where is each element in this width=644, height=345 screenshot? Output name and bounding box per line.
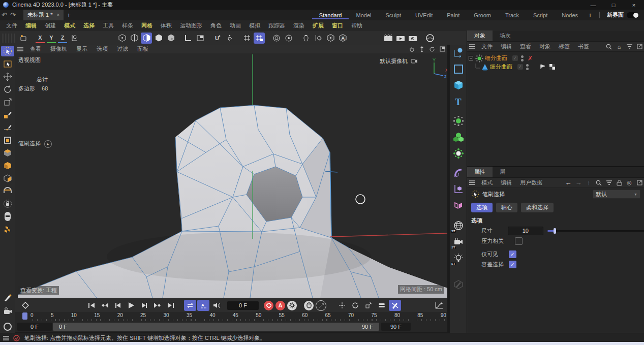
object-enable-toggle[interactable]: ∕ <box>517 64 523 70</box>
tab-layers[interactable]: 层 <box>493 167 512 177</box>
am-back-icon[interactable]: ← <box>564 179 572 187</box>
cube-polygons-icon[interactable] <box>1 173 14 184</box>
minimize-button[interactable]: — <box>583 0 603 10</box>
weld-mask-icon[interactable] <box>1 211 14 222</box>
brush-select-tool-icon[interactable] <box>1 46 14 56</box>
am-target-icon[interactable]: ◎ <box>625 179 633 187</box>
cube-edges-icon[interactable] <box>1 161 14 171</box>
menu-window[interactable]: 窗口 <box>328 22 347 29</box>
field-generator-icon[interactable] <box>451 146 466 161</box>
menu-edit[interactable]: 编辑 <box>21 22 41 29</box>
key-selection-icon[interactable] <box>304 301 314 310</box>
text-primitive-icon[interactable]: T <box>451 95 466 109</box>
axis-gizmo[interactable]: Y z X <box>427 57 447 81</box>
menu-create[interactable]: 创建 <box>41 22 60 29</box>
axis-z-lock-button[interactable]: Z <box>58 33 67 43</box>
subdivision-surface-icon[interactable] <box>451 114 466 128</box>
om-home-icon[interactable]: ⌂ <box>615 43 623 51</box>
next-key-icon[interactable] <box>151 300 164 311</box>
cube-points-icon[interactable] <box>1 148 14 159</box>
menu-extensions[interactable]: 扩展 <box>309 22 328 29</box>
document-tab[interactable]: 未标题 1 * × <box>23 10 64 20</box>
preset-dropdown[interactable]: 默认 ▼ <box>593 190 640 199</box>
object-enable-toggle[interactable]: ∕ <box>512 55 518 61</box>
modeling-settings-icon[interactable] <box>325 33 336 44</box>
tweak-tool-icon[interactable] <box>18 33 29 44</box>
viewport[interactable]: 查看 摄像机 显示 选项 过滤 面板 <box>15 45 447 298</box>
add-document-button[interactable]: + <box>64 11 74 19</box>
goto-start-icon[interactable] <box>85 300 98 311</box>
playhead-marker[interactable] <box>22 312 27 320</box>
menu-animate[interactable]: 动画 <box>226 22 245 29</box>
menu-select[interactable]: 选择 <box>79 22 99 29</box>
sky-st-icon[interactable]: ST <box>451 218 466 233</box>
menu-tools[interactable]: 工具 <box>99 22 118 29</box>
axis-x-lock-button[interactable]: X <box>36 33 45 43</box>
spline-pen-tool-icon[interactable] <box>1 109 14 120</box>
om-menu-bookmarks[interactable]: 书签 <box>574 43 593 50</box>
rectangle-spline-icon[interactable] <box>451 62 466 76</box>
tab-objects[interactable]: 对象 <box>467 30 493 41</box>
model-mode-icon[interactable] <box>153 33 164 44</box>
interface-toggle[interactable] <box>627 12 639 18</box>
object-row-parent[interactable]: 细分曲面 ∕ ✗ <box>467 54 644 62</box>
expander-icon[interactable] <box>469 56 473 60</box>
layout-tab-uvedit[interactable]: UVEdit <box>408 11 440 19</box>
menu-simulate[interactable]: 模拟 <box>245 22 264 29</box>
tolerant-checkbox[interactable]: ✓ <box>509 261 516 268</box>
autokeying-icon[interactable]: A <box>275 301 285 310</box>
layout-tab-track[interactable]: Track <box>498 11 526 19</box>
bend-deformer-icon[interactable] <box>451 166 466 180</box>
size-input[interactable]: 10 <box>508 227 544 235</box>
size-slider[interactable] <box>547 230 644 232</box>
axis-lock-icon[interactable] <box>1 199 14 209</box>
axis-center-icon[interactable]: A <box>337 33 348 44</box>
bridge-tool-icon[interactable] <box>1 186 14 197</box>
om-search-icon[interactable] <box>605 43 613 51</box>
om-menu-view[interactable]: 查看 <box>516 43 535 50</box>
quantize-settings-icon[interactable] <box>283 33 294 44</box>
menu-mesh[interactable]: 网格 <box>137 22 157 29</box>
loop-ring-icon[interactable] <box>1 321 14 332</box>
render-view-icon[interactable] <box>383 33 394 44</box>
menu-mograph[interactable]: 运动图形 <box>176 22 206 29</box>
menu-character[interactable]: 角色 <box>206 22 226 29</box>
close-button[interactable]: × <box>624 0 644 10</box>
menu-tracker[interactable]: 跟踪器 <box>264 22 289 29</box>
render-settings-icon[interactable] <box>407 33 418 44</box>
spline-pen-icon[interactable] <box>451 46 466 60</box>
layout-tab-script[interactable]: Script <box>526 11 555 19</box>
menu-spline[interactable]: 样条 <box>118 22 137 29</box>
viewport-rotate-icon[interactable] <box>428 45 436 53</box>
om-menu-tags[interactable]: 标签 <box>555 43 574 50</box>
generator-disabled-icon[interactable]: ✗ <box>528 55 533 62</box>
polygons-mode-icon[interactable] <box>141 33 152 44</box>
menu-file[interactable]: 文件 <box>2 22 21 29</box>
pressure-checkbox[interactable] <box>515 237 523 245</box>
om-menu-objects[interactable]: 对象 <box>535 43 555 50</box>
fcurve-window-icon[interactable] <box>433 300 445 311</box>
viewport-canvas[interactable]: 透视视图 默认摄像机 总计 多边形 68 笔刷选择 ▸ Y z X 查看变换: … <box>15 53 447 298</box>
pill-soft-selection[interactable]: 柔和选择 <box>521 203 554 212</box>
layout-tab-nodes[interactable]: Nodes <box>555 11 585 19</box>
edit-disabled-icon[interactable] <box>451 277 466 292</box>
viewport-menu-options[interactable]: 选项 <box>92 45 112 53</box>
loop-playback-icon[interactable] <box>184 300 196 311</box>
roll-camera-icon[interactable] <box>1 305 14 316</box>
axis-y-lock-button[interactable]: Y <box>47 33 56 43</box>
undo-icon[interactable]: ↶ <box>0 11 9 19</box>
move-tool-icon[interactable] <box>1 71 14 82</box>
polygon-create-tool-icon[interactable] <box>1 135 14 145</box>
symmetry-settings-icon[interactable] <box>313 33 324 44</box>
viewport-menu-view[interactable]: 查看 <box>25 45 46 53</box>
am-popout-icon[interactable] <box>635 179 643 187</box>
menu-render[interactable]: 渲染 <box>289 22 309 29</box>
am-hamburger-icon[interactable] <box>468 179 476 187</box>
symmetry-object-icon[interactable] <box>451 198 466 212</box>
viewport-menu-display[interactable]: 显示 <box>72 45 92 53</box>
key-scale-icon[interactable] <box>362 300 375 311</box>
snap-enable-icon[interactable]: U <box>212 33 223 44</box>
knife-tool-icon[interactable] <box>1 293 14 303</box>
viewport-menu-cameras[interactable]: 摄像机 <box>46 45 72 53</box>
play-icon[interactable] <box>125 300 137 311</box>
